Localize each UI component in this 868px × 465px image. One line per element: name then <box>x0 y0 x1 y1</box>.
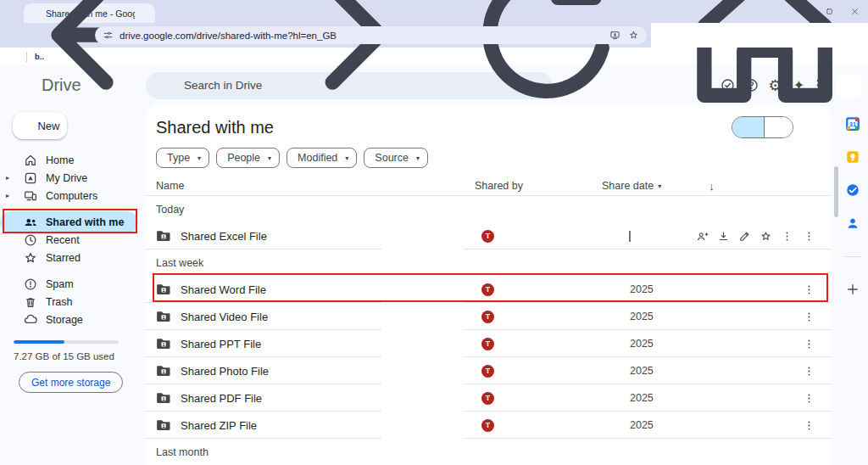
column-header-name[interactable]: Name <box>156 180 475 192</box>
keep-icon[interactable] <box>845 149 860 165</box>
column-header-shared-by[interactable]: Shared by <box>475 180 602 192</box>
shared-folder-icon <box>156 338 171 350</box>
expand-caret-icon[interactable]: ▸ <box>6 192 23 199</box>
plus-icon[interactable] <box>845 282 860 297</box>
shared-folder-icon <box>156 311 171 323</box>
rename-icon[interactable] <box>738 230 751 243</box>
sidebar-item-storage[interactable]: Storage <box>0 311 138 328</box>
toolbar-right-area <box>651 23 868 48</box>
filter-chip-type[interactable]: Type ▾ <box>156 148 209 168</box>
person-add-icon[interactable] <box>696 230 709 243</box>
file-row-shared-video-file[interactable]: Shared Video File T 2025 <box>146 303 831 330</box>
more-options-icon[interactable] <box>803 365 815 378</box>
shared-by-avatar: T <box>481 338 494 350</box>
file-row-shared-excel-file[interactable]: Shared Excel File T <box>146 222 831 249</box>
file-name: Shared PPT File <box>181 338 261 350</box>
more-options-icon[interactable] <box>803 311 815 323</box>
file-name: Shared PDF File <box>181 392 262 405</box>
shared-by-avatar: T <box>481 230 494 243</box>
storage-icon <box>23 312 38 328</box>
page-title: Shared with me <box>156 118 274 137</box>
star-outline-icon[interactable] <box>760 230 772 243</box>
details-info-icon[interactable] <box>804 120 817 134</box>
section-label-last-week: Last week <box>146 249 831 276</box>
new-button[interactable]: New <box>13 112 67 139</box>
file-row-shared-zip-file[interactable]: Shared ZIP File T 2025 <box>146 412 831 439</box>
sidebar-item-starred[interactable]: Starred <box>0 249 138 266</box>
shared-folder-icon <box>156 392 171 405</box>
star-outline-icon[interactable] <box>628 30 639 41</box>
sidebar-item-computers[interactable]: ▸ Computers <box>0 187 138 204</box>
shared-folder-icon <box>156 419 171 432</box>
view-toggle <box>732 116 793 138</box>
download-icon[interactable] <box>717 230 730 243</box>
file-list: Today Shared Excel File T Last week Shar… <box>146 196 831 465</box>
file-row-shared-word-file[interactable]: Shared Word File T 2025 <box>146 276 831 303</box>
trash-icon <box>23 294 38 310</box>
filter-chips: Type ▾ People ▾ Modified ▾ Source ▾ <box>146 138 831 168</box>
side-panel-icons: 31 <box>845 116 860 297</box>
row-hover-actions <box>696 222 793 249</box>
section-label-today: Today <box>146 196 831 222</box>
section-label-last-month: Last month <box>146 439 831 465</box>
column-header-share-date[interactable]: Share date <box>602 180 654 192</box>
svg-text:31: 31 <box>849 121 856 128</box>
sidebar-item-home[interactable]: Home <box>0 151 138 169</box>
share-date: 2025 <box>630 419 654 431</box>
filter-chip-people[interactable]: People ▾ <box>216 148 280 168</box>
sidebar-nav: Home ▸ My Drive ▸ Computers Shared with … <box>0 151 146 328</box>
share-date: 2025 <box>630 338 654 350</box>
side-panel: 31 <box>831 105 868 465</box>
contacts-icon[interactable] <box>845 216 860 231</box>
expand-caret-icon[interactable]: ▸ <box>6 174 23 182</box>
header-more-options-icon[interactable] <box>803 180 815 193</box>
get-more-storage-button[interactable]: Get more storage <box>19 372 123 393</box>
sidebar-item-recent[interactable]: Recent <box>0 231 138 249</box>
plus-icon <box>19 120 31 132</box>
scrollbar-thumb[interactable] <box>834 166 838 217</box>
file-row-shared-ppt-file[interactable]: Shared PPT File T 2025 <box>146 330 831 357</box>
table-header: Name Shared by Share date ▾ ↓ <box>146 176 831 196</box>
more-options-icon[interactable] <box>803 392 815 405</box>
starred-icon <box>23 250 38 266</box>
file-name: Shared Photo File <box>181 365 269 378</box>
grid-view-button[interactable] <box>764 117 793 137</box>
url-bar[interactable]: drive.google.com/drive/shared-with-me?hl… <box>95 26 647 44</box>
caret-down-icon: ▾ <box>416 154 420 162</box>
list-view-button[interactable] <box>732 117 764 137</box>
clipped-date-text <box>629 231 631 242</box>
file-row-shared-photo-file[interactable]: Shared Photo File T 2025 <box>146 357 831 384</box>
install-icon[interactable] <box>609 30 620 41</box>
shared-by-avatar: T <box>481 419 494 432</box>
sort-direction-icon[interactable]: ↓ <box>709 180 715 193</box>
shared-folder-icon <box>156 365 171 378</box>
more-options-icon[interactable] <box>803 419 815 432</box>
more-options-icon[interactable] <box>803 283 815 296</box>
site-info-icon[interactable] <box>103 30 114 41</box>
tasks-icon[interactable] <box>845 182 860 198</box>
more-options-icon[interactable] <box>803 338 815 350</box>
more-vertical-icon[interactable] <box>781 230 793 243</box>
caret-down-icon: ▾ <box>345 154 348 162</box>
shared-by-avatar: T <box>481 392 494 405</box>
sidebar-item-spam[interactable]: Spam <box>0 275 138 293</box>
sidebar-item-trash[interactable]: Trash <box>0 293 138 311</box>
filter-chip-modified[interactable]: Modified ▾ <box>287 148 357 168</box>
browser-menu-icon[interactable] <box>848 29 860 42</box>
sidebar-item-my-drive[interactable]: ▸ My Drive <box>0 169 138 187</box>
file-name: Shared Word File <box>181 283 266 296</box>
sidebar: New Home ▸ My Drive ▸ Computers Shared w… <box>0 105 146 465</box>
browser-toolbar: drive.google.com/drive/shared-with-me?hl… <box>0 23 868 48</box>
share-date: 2025 <box>630 392 654 404</box>
shared-folder-icon <box>156 230 171 243</box>
shared-with-me-icon <box>23 215 38 230</box>
sidebar-group: Spam Trash Storage <box>0 275 146 328</box>
share-date: 2025 <box>630 365 654 377</box>
calendar-icon[interactable]: 31 <box>845 116 860 132</box>
file-row-shared-pdf-file[interactable]: Shared PDF File T 2025 <box>146 384 831 412</box>
more-options-icon[interactable] <box>803 230 815 243</box>
filter-chip-source[interactable]: Source ▾ <box>364 148 428 168</box>
shared-folder-icon <box>156 283 171 296</box>
share-date: 2025 <box>630 311 654 322</box>
list-view-icon <box>750 122 761 133</box>
